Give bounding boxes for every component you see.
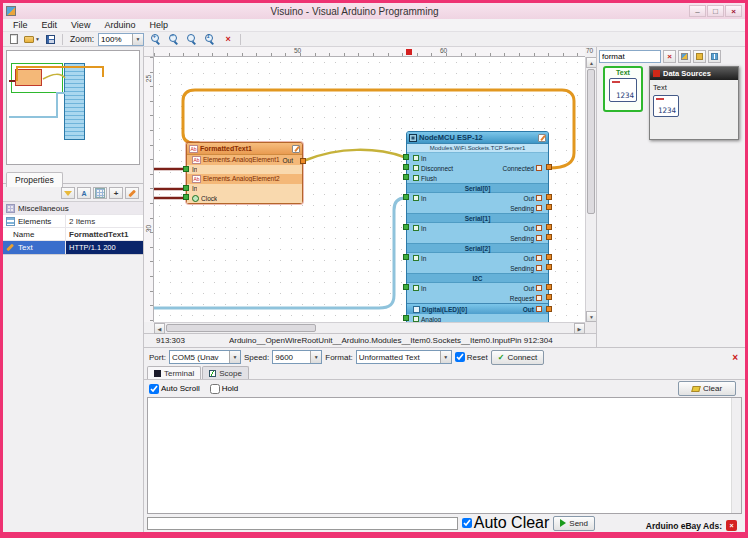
zoom-actual-button[interactable]: 1 bbox=[202, 33, 218, 46]
chevron-down-icon[interactable]: ▼ bbox=[310, 351, 321, 363]
input-pin[interactable] bbox=[403, 315, 409, 321]
vertical-scrollbar[interactable]: ▲ ▼ bbox=[585, 57, 596, 322]
chevron-down-icon[interactable]: ▼ bbox=[132, 34, 143, 45]
property-value[interactable]: HTTP/1.1 200 bbox=[65, 241, 143, 254]
pin-icon bbox=[413, 285, 419, 291]
nodemcu-header[interactable]: NodeMCU ESP-12 bbox=[407, 132, 548, 144]
output-pin[interactable] bbox=[546, 284, 552, 290]
output-pin[interactable] bbox=[546, 306, 552, 312]
auto-clear-checkbox[interactable] bbox=[462, 518, 472, 528]
menu-item-file[interactable]: File bbox=[6, 19, 35, 32]
sort-alpha-icon[interactable] bbox=[77, 187, 91, 199]
ad-close-icon[interactable]: × bbox=[726, 520, 737, 531]
input-pin[interactable] bbox=[403, 194, 409, 200]
input-pin[interactable] bbox=[403, 254, 409, 260]
wrench-icon[interactable] bbox=[125, 187, 139, 199]
output-pin[interactable] bbox=[546, 294, 552, 300]
format-combo[interactable]: Unformatted Text ▼ bbox=[356, 350, 452, 364]
menu-item-view[interactable]: View bbox=[64, 19, 97, 32]
property-row-name[interactable]: NameFormattedText1 bbox=[3, 228, 143, 241]
port-combo[interactable]: COM5 (Unav ▼ bbox=[169, 350, 241, 364]
open-project-button[interactable]: ▼ bbox=[24, 33, 40, 46]
terminal-output[interactable] bbox=[147, 397, 742, 514]
edit-pencil-icon[interactable] bbox=[292, 145, 300, 153]
send-button[interactable]: Send bbox=[553, 516, 595, 531]
categorized-view-icon[interactable] bbox=[93, 187, 107, 199]
input-pin[interactable] bbox=[403, 164, 409, 170]
menu-item-arduino[interactable]: Arduino bbox=[97, 19, 142, 32]
minimize-button[interactable]: – bbox=[689, 5, 706, 17]
input-pin[interactable] bbox=[403, 284, 409, 290]
zoom-fit-button[interactable] bbox=[184, 33, 200, 46]
chevron-down-icon[interactable]: ▼ bbox=[229, 351, 240, 363]
output-pin[interactable] bbox=[546, 224, 552, 230]
wire-blue-serial[interactable] bbox=[154, 198, 405, 308]
search-input[interactable] bbox=[599, 50, 661, 63]
save-project-button[interactable] bbox=[42, 33, 58, 46]
output-pin[interactable] bbox=[546, 194, 552, 200]
hold-checkbox[interactable] bbox=[210, 384, 220, 394]
nodemcu-subcomponent[interactable]: Digital(LED)[0]Out bbox=[407, 303, 548, 314]
menu-item-help[interactable]: Help bbox=[142, 19, 175, 32]
chevron-down-icon[interactable]: ▼ bbox=[440, 351, 451, 363]
view-folders-icon[interactable] bbox=[693, 50, 706, 63]
speed-combo[interactable]: 9600 ▼ bbox=[272, 350, 322, 364]
palette-selected-component[interactable]: Text 1234 bbox=[603, 66, 643, 112]
input-pin[interactable] bbox=[403, 224, 409, 230]
pin-label: Clock bbox=[201, 195, 217, 202]
data-sources-panel[interactable]: Data Sources Text 1234 bbox=[649, 66, 739, 140]
property-row-miscellaneous[interactable]: Miscellaneous bbox=[3, 202, 143, 215]
send-input[interactable] bbox=[147, 517, 458, 530]
property-row-text[interactable]: TextHTTP/1.1 200 bbox=[3, 241, 143, 254]
port-value: COM5 (Unav bbox=[170, 353, 229, 362]
formattedtext-header[interactable]: FormattedText1 bbox=[187, 143, 302, 155]
output-pin[interactable] bbox=[546, 204, 552, 210]
input-pin[interactable] bbox=[403, 174, 409, 180]
input-pin[interactable] bbox=[183, 194, 189, 200]
data-sources-header[interactable]: Data Sources bbox=[650, 67, 738, 80]
property-row-elements[interactable]: Elements2 Items bbox=[3, 215, 143, 228]
output-pin[interactable] bbox=[546, 234, 552, 240]
expand-all-icon[interactable] bbox=[109, 187, 123, 199]
reset-checkbox[interactable] bbox=[455, 352, 465, 362]
component-nodemcu-esp12[interactable]: NodeMCU ESP-12 Modules.WiFi.Sockets.TCP … bbox=[406, 131, 549, 322]
close-button[interactable]: × bbox=[725, 5, 742, 17]
terminal-scrollbar[interactable] bbox=[731, 398, 741, 513]
maximize-button[interactable]: □ bbox=[707, 5, 724, 17]
tab-scope[interactable]: Scope bbox=[202, 366, 249, 379]
clear-button[interactable]: Clear bbox=[678, 381, 736, 396]
scroll-right-icon[interactable]: ▶ bbox=[574, 323, 585, 334]
design-canvas[interactable]: FormattedText1 Elements.AnalogElement1In… bbox=[154, 57, 585, 322]
connect-button[interactable]: ✓ Connect bbox=[491, 350, 545, 365]
scroll-left-icon[interactable]: ◀ bbox=[154, 323, 165, 334]
disconnect-icon[interactable]: × bbox=[732, 352, 740, 363]
output-pin[interactable] bbox=[546, 254, 552, 260]
input-pin[interactable] bbox=[403, 154, 409, 160]
wire-out-to-in[interactable] bbox=[306, 150, 404, 160]
view-list-icon[interactable] bbox=[708, 50, 721, 63]
menu-item-edit[interactable]: Edit bbox=[35, 19, 65, 32]
overview-minimap[interactable] bbox=[6, 50, 140, 165]
delete-button[interactable]: × bbox=[220, 33, 236, 46]
view-mixed-icon[interactable] bbox=[678, 50, 691, 63]
output-pin[interactable] bbox=[546, 264, 552, 270]
input-pin[interactable] bbox=[183, 185, 189, 191]
zoom-combo[interactable]: 100% ▼ bbox=[98, 33, 144, 46]
clear-search-icon[interactable]: × bbox=[663, 50, 676, 63]
horizontal-scrollbar[interactable]: ◀ ▶ bbox=[154, 322, 585, 333]
output-pin[interactable] bbox=[546, 164, 552, 170]
auto-scroll-checkbox[interactable] bbox=[149, 384, 159, 394]
new-project-button[interactable] bbox=[6, 33, 22, 46]
tab-terminal[interactable]: Terminal bbox=[147, 366, 201, 379]
component-title: NodeMCU ESP-12 bbox=[419, 133, 536, 142]
component-formattedtext1[interactable]: FormattedText1 Elements.AnalogElement1In… bbox=[186, 142, 303, 204]
edit-pencil-icon[interactable] bbox=[538, 134, 546, 142]
horizontal-scroll-thumb[interactable] bbox=[166, 324, 316, 332]
output-pin[interactable] bbox=[300, 158, 306, 164]
input-pin[interactable] bbox=[183, 166, 189, 172]
zoom-in-button[interactable]: + bbox=[148, 33, 164, 46]
vertical-scroll-thumb[interactable] bbox=[587, 69, 595, 214]
filter-icon[interactable] bbox=[61, 187, 75, 199]
text-display-icon[interactable]: 1234 bbox=[653, 95, 679, 117]
zoom-out-button[interactable]: − bbox=[166, 33, 182, 46]
